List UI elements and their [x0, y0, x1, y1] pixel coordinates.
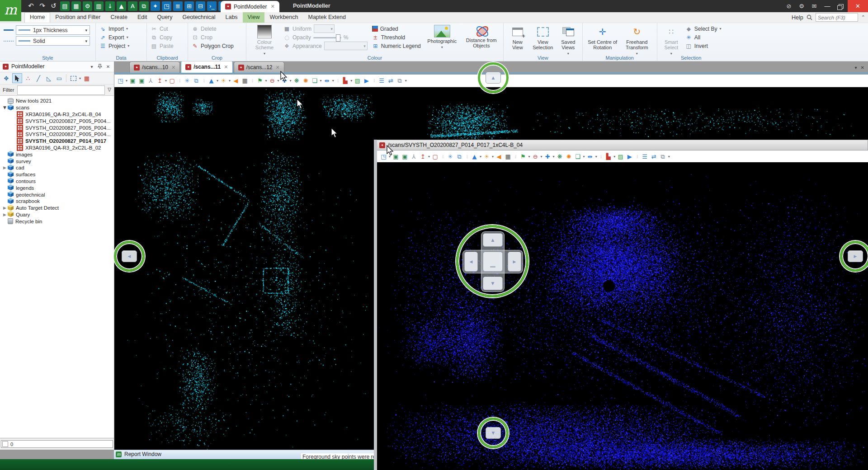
numeric-legend-button[interactable]: ⊞Numeric Legend — [372, 42, 421, 50]
compass-right-button[interactable]: ▶ — [508, 252, 521, 272]
chevron-down-icon[interactable]: ▾ — [165, 79, 167, 83]
audio-icon[interactable]: ◀ — [495, 152, 503, 161]
linestyle-select[interactable]: Solid ▾ — [16, 36, 90, 46]
compass-up-button[interactable]: ▲ — [483, 233, 503, 247]
chevron-down-icon[interactable]: ▾ — [480, 155, 481, 159]
snowflake-icon[interactable]: ❋ — [293, 76, 301, 85]
tree-expander-icon[interactable]: ▶ — [2, 212, 8, 217]
tree-item[interactable]: scrapbook — [0, 198, 114, 205]
select-by-button[interactable]: ◆Select By▾ — [685, 24, 722, 33]
view-orientation-icon[interactable]: ◳ — [117, 76, 124, 85]
pan-down-button[interactable]: ▼ — [486, 427, 501, 439]
tree-item[interactable]: surfaces — [0, 171, 114, 178]
chevron-down-icon[interactable]: ▾ — [541, 155, 542, 159]
console-icon[interactable]: ›_ — [207, 1, 217, 11]
doc-tab[interactable]: ✦/scans...12✕ — [234, 61, 284, 73]
play-icon[interactable]: ▶ — [626, 152, 633, 161]
export-button[interactable]: ⇗Export▾ — [99, 33, 143, 42]
distance-from-objects-button[interactable]: Distance from Objects — [463, 24, 500, 56]
tree-expander-icon[interactable]: ▼ — [2, 105, 8, 110]
grid-icon[interactable]: ▦ — [241, 76, 249, 85]
tree-item[interactable]: legends — [0, 184, 114, 191]
lighting-icon[interactable]: ☀ — [220, 76, 227, 85]
report-icon[interactable]: ▤ — [60, 1, 70, 11]
menu-labs[interactable]: Labs — [221, 12, 243, 23]
tree-item[interactable]: survey — [0, 158, 114, 164]
marquee-tool-icon[interactable] — [69, 74, 78, 83]
mail-icon[interactable]: ✉ — [808, 3, 821, 9]
freehand-transform-button[interactable]: ↻ Freehand Transform▾ — [621, 24, 653, 56]
station-marker-icon[interactable]: ⚑ — [519, 152, 527, 161]
station-marker-icon[interactable]: ⚑ — [256, 76, 264, 85]
rect-select-tool-icon[interactable]: ▭ — [55, 74, 64, 83]
chevron-down-icon[interactable]: ▾ — [553, 155, 555, 159]
menu-edit[interactable]: Edit — [132, 12, 152, 23]
tree-item[interactable]: ▶Auto Target Detect — [0, 205, 114, 212]
z-up-icon[interactable]: ↥ — [156, 76, 164, 85]
compass-centre-button[interactable] — [483, 252, 503, 272]
solid-model-icon[interactable]: ◳ — [162, 1, 171, 11]
menu-geotechnical[interactable]: Geotechnical — [178, 12, 221, 23]
menu-home[interactable]: Home — [24, 12, 50, 23]
pan-right-button[interactable]: ▶ — [848, 250, 863, 262]
compass-down-button[interactable]: ▼ — [483, 277, 503, 290]
set-centre-of-rotation-button[interactable]: ✛ Set Centre of Rotation — [586, 24, 619, 56]
download-icon[interactable]: ↓ — [105, 1, 115, 11]
lighting-icon[interactable]: ☀ — [483, 152, 491, 161]
tree-expander-icon[interactable]: ▶ — [2, 165, 8, 170]
select-all-button[interactable]: ✳All — [685, 33, 722, 42]
tree-item[interactable]: XR3A0196_QA-R3_2xC4L-B_04 — [0, 111, 114, 118]
list-icon[interactable]: ☰ — [378, 76, 386, 85]
chevron-down-icon[interactable]: ▾ — [492, 155, 494, 159]
tree-item[interactable]: XR3A0196_QA-R3_2xC2L-B_02 — [0, 145, 114, 151]
tree-item[interactable]: ▶Quary — [0, 212, 114, 218]
chevron-down-icon[interactable]: ▾ — [613, 155, 615, 159]
polygon-select-tool-icon[interactable]: ◺ — [44, 74, 53, 83]
pan-tool-icon[interactable]: ✥ — [2, 74, 11, 83]
maptek-logo-icon[interactable]: m — [0, 0, 21, 21]
measure-icon[interactable]: ⇹ — [586, 152, 594, 161]
zoom-window-icon[interactable]: ⧉ — [456, 152, 463, 161]
photographic-button[interactable]: Photographic▾ — [425, 24, 459, 56]
image-export-icon[interactable]: ▨ — [354, 76, 361, 85]
threshold-button[interactable]: ±Threshold — [372, 33, 421, 42]
menu-position-and-filter[interactable]: Position and Filter — [50, 12, 105, 23]
clip-frame-icon[interactable]: ▢ — [168, 76, 176, 85]
chevron-down-icon[interactable]: ▾ — [405, 79, 407, 83]
view-selection-button[interactable]: View Selection — [530, 24, 556, 56]
minimize-button[interactable]: — — [821, 0, 834, 12]
back-icon[interactable]: ↶ — [26, 1, 36, 11]
filter-input[interactable] — [17, 85, 105, 95]
axes-icon[interactable]: ⅄ — [147, 76, 155, 85]
selection-star-icon[interactable]: ✳ — [184, 76, 191, 85]
plotter-icon[interactable]: ⊟ — [196, 1, 205, 11]
chevron-down-icon[interactable]: ▾ — [350, 79, 352, 83]
search-input[interactable] — [816, 13, 858, 22]
tree-item[interactable]: ▶cad — [0, 164, 114, 171]
audio-icon[interactable]: ◀ — [232, 76, 240, 85]
tree-item[interactable]: SVYSTH_O20200827_P005_P004... — [0, 118, 114, 124]
saved-views-button[interactable]: Saved Views▾ — [558, 24, 579, 56]
chevron-down-icon[interactable]: ▾ — [332, 79, 334, 83]
camera-record-icon[interactable]: ▣ — [129, 76, 137, 85]
zoom-window-icon[interactable]: ⧉ — [193, 76, 200, 85]
target-icon[interactable]: ✺ — [565, 152, 573, 161]
scale-marker-icon[interactable]: ▲ — [208, 76, 215, 85]
select-tool-icon[interactable] — [12, 73, 22, 83]
pin-icon[interactable] — [98, 64, 102, 69]
doc-tab-close-icon[interactable]: ✕ — [276, 65, 280, 70]
tree-item[interactable]: Recycle bin — [0, 218, 114, 225]
uniform-row[interactable]: ■ Uniform ▾ — [283, 24, 368, 33]
chevron-down-icon[interactable]: ▾ — [428, 155, 430, 159]
forward-icon[interactable]: ↷ — [38, 1, 47, 11]
doc-tab-close-icon[interactable]: ✕ — [171, 65, 175, 70]
target-icon[interactable]: ✺ — [302, 76, 310, 85]
chevron-down-icon[interactable]: ▾ — [668, 155, 670, 159]
tree-item[interactable]: contours — [0, 178, 114, 185]
project-button[interactable]: ☰Project▾ — [99, 42, 143, 50]
invert-selection-button[interactable]: ◫Invert — [685, 42, 722, 50]
no-edit-icon[interactable]: ⊘ — [783, 3, 795, 9]
spreadsheet-icon[interactable]: ▥ — [94, 1, 104, 11]
chevron-down-icon[interactable]: ▾ — [229, 79, 231, 83]
tree-item[interactable]: geotechnical — [0, 191, 114, 198]
